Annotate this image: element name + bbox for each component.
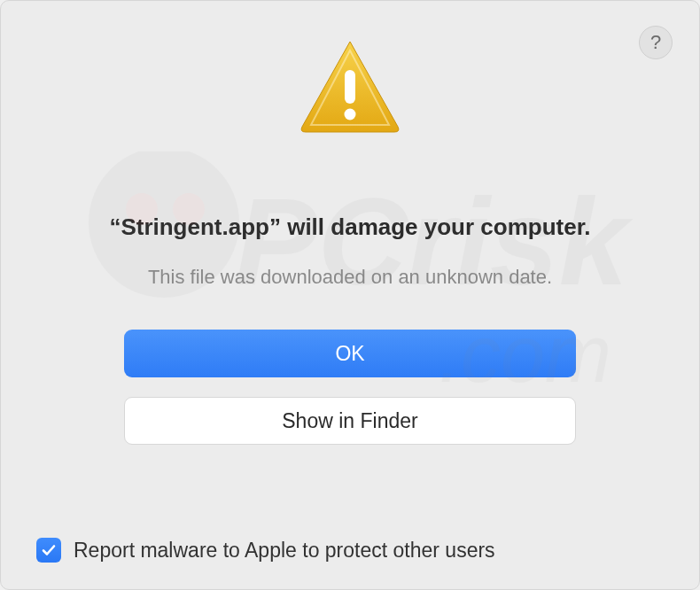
checkmark-icon xyxy=(41,542,57,558)
button-group: OK Show in Finder xyxy=(124,330,576,445)
dialog-subtext: This file was downloaded on an unknown d… xyxy=(148,266,552,289)
report-malware-row: Report malware to Apple to protect other… xyxy=(36,538,495,563)
help-icon: ? xyxy=(650,31,661,54)
show-in-finder-button-label: Show in Finder xyxy=(282,409,417,433)
svg-text:PCrisk: PCrisk xyxy=(235,172,634,311)
svg-rect-5 xyxy=(345,70,355,104)
report-malware-checkbox[interactable] xyxy=(36,538,61,563)
ok-button[interactable]: OK xyxy=(124,330,576,377)
ok-button-label: OK xyxy=(335,342,364,366)
show-in-finder-button[interactable]: Show in Finder xyxy=(124,397,576,445)
help-button[interactable]: ? xyxy=(639,26,673,59)
report-malware-label: Report malware to Apple to protect other… xyxy=(74,539,495,563)
gatekeeper-warning-dialog: PCrisk .com ? “Stringent.app” will damag… xyxy=(0,0,700,590)
svg-point-6 xyxy=(345,109,356,120)
dialog-headline: “Stringent.app” will damage your compute… xyxy=(109,213,590,241)
warning-triangle-icon xyxy=(297,38,403,136)
